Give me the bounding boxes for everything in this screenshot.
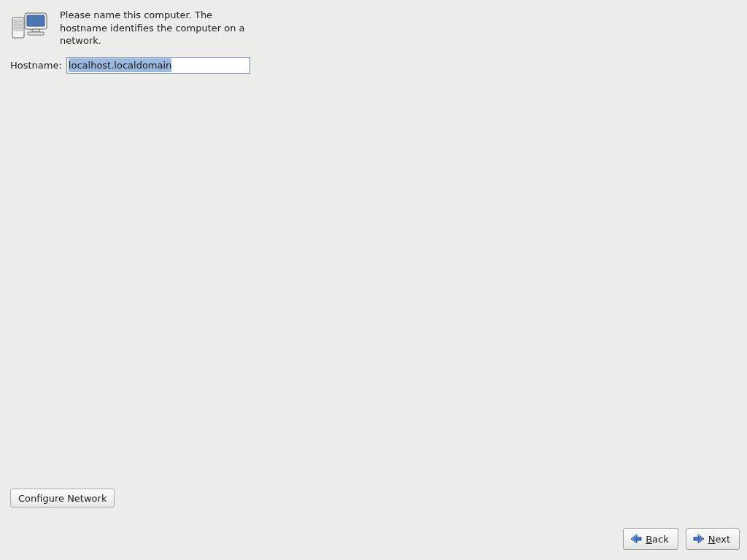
next-button[interactable]: Next [686,528,740,550]
svg-rect-6 [27,15,44,26]
back-button[interactable]: Back [623,528,678,550]
network-computers-icon [10,9,51,41]
hostname-value: localhost.localdomain [69,58,171,72]
svg-rect-7 [32,29,39,32]
hostname-label: Hostname: [10,60,62,71]
svg-rect-2 [14,23,23,25]
arrow-right-icon [692,533,705,545]
svg-rect-3 [14,26,23,28]
description-text: Please name this computer. The hostname … [60,9,249,47]
next-label: Next [708,534,730,545]
configure-network-button[interactable]: Configure Network [10,489,115,508]
hostname-input[interactable]: localhost.localdomain [66,57,250,74]
back-label: Back [646,534,669,545]
svg-rect-8 [28,32,44,35]
arrow-left-icon [630,533,643,545]
svg-rect-4 [14,28,23,31]
svg-rect-1 [14,20,23,22]
